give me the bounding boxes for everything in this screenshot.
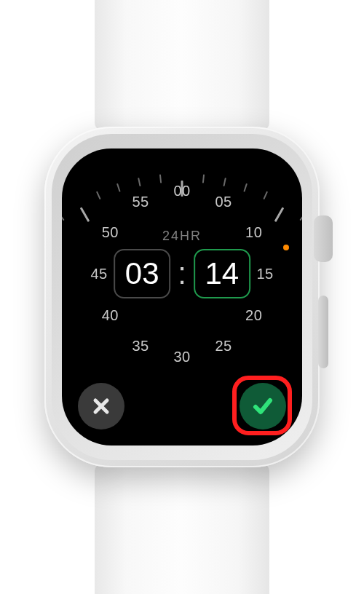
dial-number: 15 xyxy=(256,266,273,282)
dial-number: 10 xyxy=(245,224,262,241)
tick-minor xyxy=(96,191,101,199)
tick-minor xyxy=(202,174,205,183)
check-icon xyxy=(250,393,276,419)
dial-number: 05 xyxy=(215,194,232,210)
dial-number: 20 xyxy=(245,307,262,324)
tick-minor xyxy=(263,191,268,199)
time-separator: : xyxy=(178,256,186,291)
tick-major xyxy=(274,207,285,222)
dial-number: 55 xyxy=(132,194,149,210)
tick-major xyxy=(80,207,90,222)
time-dial: 000510152025303540455055 24HR 03 : 14 xyxy=(73,165,291,383)
confirm-button[interactable] xyxy=(240,383,286,429)
watch-screen: 000510152025303540455055 24HR 03 : 14 xyxy=(62,148,302,446)
tick-minor xyxy=(62,213,65,221)
close-icon xyxy=(91,396,111,416)
time-format-label: 24HR xyxy=(162,229,202,244)
tick-minor xyxy=(299,213,302,221)
time-picker: 03 : 14 xyxy=(114,249,250,298)
dial-number: 35 xyxy=(132,337,149,354)
dial-number: 40 xyxy=(102,307,119,324)
dial-number: 25 xyxy=(215,337,232,354)
watch-case: 000510152025303540455055 24HR 03 : 14 xyxy=(44,127,320,467)
hour-field[interactable]: 03 xyxy=(114,249,170,298)
digital-crown[interactable] xyxy=(314,215,333,262)
watch-band-top xyxy=(95,0,269,131)
minute-field[interactable]: 14 xyxy=(194,249,250,298)
side-button[interactable] xyxy=(318,296,328,368)
tick-minor xyxy=(159,174,162,183)
tick-minor xyxy=(243,183,248,192)
watch-band-bottom xyxy=(95,463,269,594)
tick-minor xyxy=(116,183,121,192)
dial-number: 30 xyxy=(173,349,190,365)
dial-number: 00 xyxy=(173,183,190,199)
cancel-button[interactable] xyxy=(78,383,124,429)
tick-minor xyxy=(223,178,226,186)
dial-number: 45 xyxy=(90,266,107,282)
dial-number: 50 xyxy=(102,224,119,241)
tick-minor xyxy=(138,178,141,186)
